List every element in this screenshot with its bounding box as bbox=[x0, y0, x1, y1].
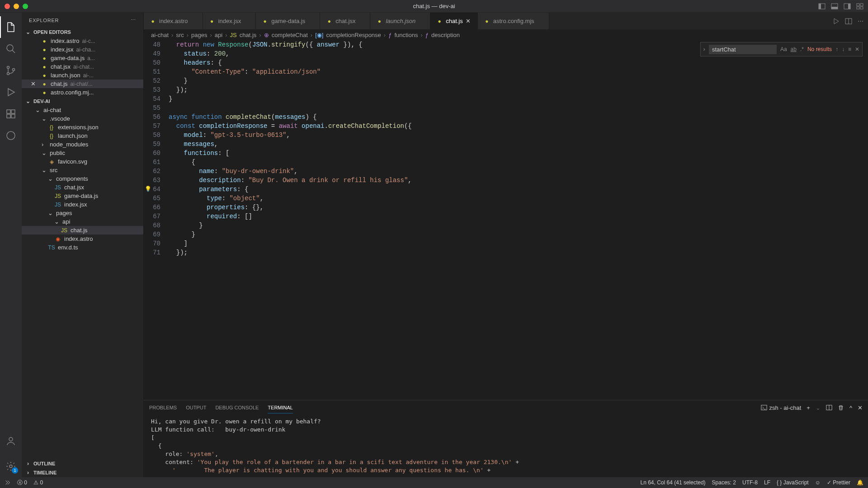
folder-src[interactable]: ⌄src bbox=[22, 166, 143, 174]
find-input[interactable] bbox=[709, 45, 777, 54]
file-launch-json[interactable]: {}launch.json bbox=[22, 131, 143, 140]
open-editor-item[interactable]: ✕●astro.config.mj... bbox=[22, 88, 143, 97]
panel-tab-output[interactable]: OUTPUT bbox=[186, 402, 206, 413]
layout-sidebar-left-icon[interactable] bbox=[818, 3, 826, 10]
find-regex-icon[interactable]: .* bbox=[800, 45, 804, 54]
window-title: chat.js — dev-ai bbox=[413, 3, 455, 9]
find-prev-icon[interactable]: ↑ bbox=[835, 45, 838, 54]
status-remote-icon[interactable] bbox=[5, 479, 11, 486]
panel-maximize-icon[interactable]: ^ bbox=[849, 404, 852, 411]
find-match-case-icon[interactable]: Aa bbox=[780, 45, 787, 54]
layout-sidebar-right-icon[interactable] bbox=[844, 3, 851, 10]
status-indent[interactable]: Spaces: 2 bbox=[712, 479, 736, 486]
activity-settings[interactable]: 1 bbox=[0, 455, 22, 477]
editor-tab[interactable]: ●index.astro✕ bbox=[144, 13, 203, 29]
file-chat-js[interactable]: JSchat.js bbox=[22, 226, 143, 235]
panel: PROBLEMS OUTPUT DEBUG CONSOLE TERMINAL z… bbox=[144, 400, 868, 477]
find-selection-icon[interactable]: ≡ bbox=[848, 45, 851, 54]
open-editor-item[interactable]: ✕●index.astro ai-c... bbox=[22, 37, 143, 45]
more-actions-icon[interactable]: ⋯ bbox=[858, 18, 863, 24]
status-warnings[interactable]: ⚠ 0 bbox=[33, 479, 43, 486]
editor-tab[interactable]: ●astro.config.mjs✕ bbox=[478, 13, 549, 29]
project-header[interactable]: ⌄DEV-AI bbox=[22, 97, 143, 106]
editor-tab[interactable]: ●launch.json✕ bbox=[370, 13, 430, 29]
status-notifications-icon[interactable]: 🔔 bbox=[857, 479, 863, 486]
activity-source-control[interactable] bbox=[0, 60, 22, 81]
activity-edge[interactable] bbox=[0, 125, 22, 146]
svg-point-11 bbox=[7, 66, 9, 69]
find-results: No results bbox=[807, 45, 832, 54]
file-game-data[interactable]: JSgame-data.js bbox=[22, 192, 143, 200]
status-errors[interactable]: ⓧ 0 bbox=[17, 479, 27, 487]
open-editor-item[interactable]: ✕●chat.js ai-chat/... bbox=[22, 80, 143, 88]
find-next-icon[interactable]: ↓ bbox=[842, 45, 844, 54]
breadcrumb[interactable]: ai-chat› src› pages› api› JSchat.js› ⊕co… bbox=[144, 30, 868, 40]
file-extensions-json[interactable]: {}extensions.json bbox=[22, 123, 143, 131]
sidebar-more-icon[interactable]: ⋯ bbox=[131, 17, 136, 23]
outline-header[interactable]: ›OUTLINE bbox=[22, 459, 143, 468]
layout-panel-icon[interactable] bbox=[831, 3, 838, 10]
file-favicon[interactable]: ◈favicon.svg bbox=[22, 157, 143, 166]
terminal-new-icon[interactable]: + bbox=[807, 404, 810, 411]
activity-explorer[interactable] bbox=[0, 16, 22, 38]
panel-close-icon[interactable]: ✕ bbox=[858, 404, 863, 411]
find-close-icon[interactable]: ✕ bbox=[855, 45, 859, 54]
run-icon[interactable] bbox=[832, 18, 840, 25]
editor-tab[interactable]: ●chat.jsx✕ bbox=[320, 13, 370, 29]
find-toggle-replace-icon[interactable]: › bbox=[703, 45, 705, 54]
window-maximize-button[interactable] bbox=[23, 4, 28, 9]
open-editor-item[interactable]: ✕●game-data.js a... bbox=[22, 54, 143, 62]
file-index-astro[interactable]: ◉index.astro bbox=[22, 235, 143, 243]
file-index-jsx[interactable]: JSindex.jsx bbox=[22, 200, 143, 209]
timeline-header[interactable]: ›TIMELINE bbox=[22, 468, 143, 477]
folder-components[interactable]: ⌄components bbox=[22, 174, 143, 183]
close-icon[interactable]: ✕ bbox=[31, 80, 38, 87]
status-encoding[interactable]: UTF-8 bbox=[742, 479, 758, 486]
activity-search[interactable] bbox=[0, 38, 22, 60]
file-chat-jsx[interactable]: JSchat.jsx bbox=[22, 183, 143, 192]
panel-tab-problems[interactable]: PROBLEMS bbox=[149, 402, 177, 413]
settings-badge: 1 bbox=[12, 467, 18, 474]
status-prettier[interactable]: ✓ Prettier bbox=[827, 479, 850, 486]
find-whole-word-icon[interactable]: ab bbox=[791, 45, 797, 54]
close-icon[interactable]: ✕ bbox=[466, 18, 472, 24]
folder-api[interactable]: ⌄api bbox=[22, 217, 143, 226]
open-editor-item[interactable]: ✕●launch.json ai-... bbox=[22, 71, 143, 80]
editor-tab[interactable]: ●chat.js✕ bbox=[430, 13, 478, 29]
open-editor-item[interactable]: ✕●index.jsx ai-cha... bbox=[22, 45, 143, 54]
terminal-split-icon[interactable] bbox=[826, 404, 832, 411]
activity-run-debug[interactable] bbox=[0, 81, 22, 103]
status-feedback-icon[interactable]: ☺ bbox=[815, 479, 821, 486]
activity-extensions[interactable] bbox=[0, 103, 22, 125]
terminal-kill-icon[interactable] bbox=[838, 404, 844, 411]
folder-ai-chat[interactable]: ⌄ai-chat bbox=[22, 106, 143, 114]
folder-public[interactable]: ⌄public bbox=[22, 149, 143, 157]
terminal-shell-label[interactable]: zsh - ai-chat bbox=[761, 404, 801, 411]
folder-pages[interactable]: ⌄pages bbox=[22, 209, 143, 217]
svg-rect-5 bbox=[848, 4, 850, 9]
activitybar: 1 bbox=[0, 13, 22, 477]
window-minimize-button[interactable] bbox=[14, 4, 19, 9]
status-language[interactable]: { } JavaScript bbox=[777, 479, 809, 486]
svg-point-18 bbox=[7, 131, 15, 140]
status-eol[interactable]: LF bbox=[764, 479, 770, 486]
editor-tabs: ●index.astro✕●index.jsx✕●game-data.js✕●c… bbox=[144, 13, 868, 30]
terminal-output[interactable]: Hi, can you give Dr. owen a refill on my… bbox=[144, 415, 868, 477]
svg-rect-7 bbox=[860, 4, 863, 6]
panel-tab-terminal[interactable]: TERMINAL bbox=[268, 402, 293, 413]
open-editors-header[interactable]: ⌄OPEN EDITORS bbox=[22, 28, 143, 37]
open-editor-item[interactable]: ✕●chat.jsx ai-chat... bbox=[22, 62, 143, 71]
file-env-dts[interactable]: TSenv.d.ts bbox=[22, 243, 143, 252]
panel-tab-debug[interactable]: DEBUG CONSOLE bbox=[215, 402, 259, 413]
split-editor-icon[interactable] bbox=[845, 18, 852, 25]
layout-customize-icon[interactable] bbox=[856, 3, 863, 10]
activity-accounts[interactable] bbox=[0, 430, 22, 452]
editor[interactable]: 4849505152535455565758596061626364💡65666… bbox=[144, 40, 868, 400]
folder-vscode[interactable]: ⌄.vscode bbox=[22, 114, 143, 123]
status-cursor-position[interactable]: Ln 64, Col 64 (41 selected) bbox=[641, 479, 706, 486]
folder-node-modules[interactable]: ›node_modules bbox=[22, 140, 143, 149]
find-widget: › Aa ab .* No results ↑ ↓ ≡ ✕ bbox=[700, 42, 863, 56]
window-close-button[interactable] bbox=[5, 4, 10, 9]
editor-tab[interactable]: ●game-data.js✕ bbox=[256, 13, 320, 29]
editor-tab[interactable]: ●index.jsx✕ bbox=[203, 13, 256, 29]
